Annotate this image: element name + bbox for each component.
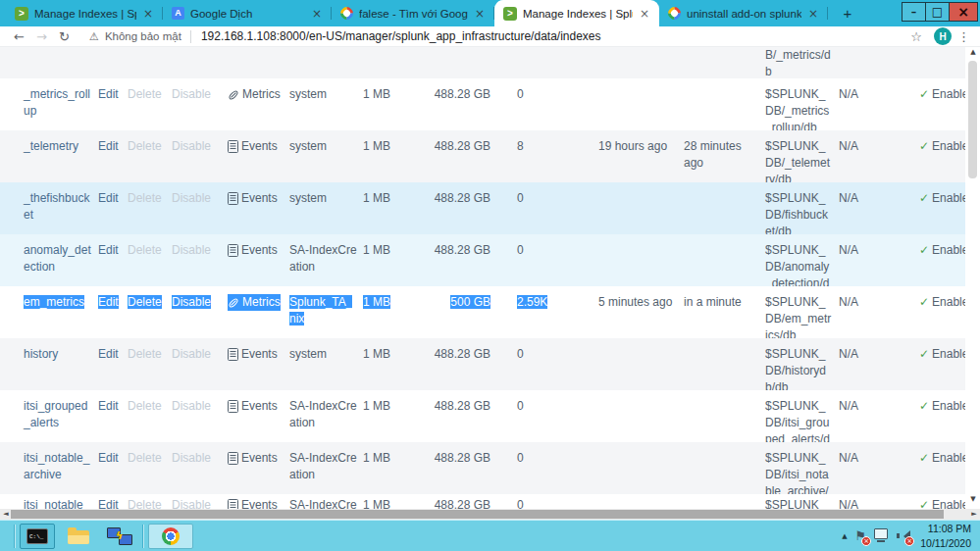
- frozen-path: N/A: [839, 295, 858, 309]
- security-label[interactable]: Không bảo mật: [105, 30, 181, 42]
- event-count: 0: [517, 87, 524, 101]
- latest-event: 28 minutes ago: [684, 139, 742, 170]
- back-icon[interactable]: ←: [8, 29, 30, 44]
- maximize-button[interactable]: [925, 2, 950, 22]
- tab-close-icon[interactable]: ×: [142, 7, 154, 21]
- index-name-link[interactable]: itsi_notable_archive: [24, 451, 89, 481]
- edit-link[interactable]: Edit: [98, 191, 119, 205]
- profile-avatar[interactable]: H: [934, 27, 952, 45]
- enabled-check-icon: [919, 347, 929, 361]
- enabled-check-icon: [919, 295, 929, 309]
- latest-event: in a minute: [684, 295, 742, 309]
- delete-link: Delete: [128, 191, 162, 205]
- home-path: $SPLUNK_DB/historydb/db: [765, 347, 826, 390]
- event-count: 0: [517, 191, 524, 205]
- browser-tab[interactable]: falese - Tìm với Google×: [332, 0, 494, 26]
- scroll-down-icon[interactable]: [968, 495, 978, 503]
- tab-close-icon[interactable]: ×: [474, 7, 486, 21]
- scroll-up-icon[interactable]: [968, 48, 978, 56]
- network-icon[interactable]: [874, 528, 888, 539]
- edit-link[interactable]: Edit: [98, 399, 119, 413]
- disable-link: Disable: [172, 87, 211, 101]
- index-app: Splunk_TA_nix: [289, 295, 352, 326]
- tab-close-icon[interactable]: ×: [639, 7, 650, 21]
- table-row: historyEditDeleteDisableEventssystem1 MB…: [0, 338, 980, 390]
- events-icon: [228, 452, 238, 465]
- taskbar-chrome-button[interactable]: [148, 524, 193, 549]
- frozen-path: N/A: [839, 191, 858, 205]
- tab-close-icon[interactable]: ×: [807, 7, 819, 21]
- index-name-link[interactable]: _thefishbucket: [24, 191, 89, 222]
- taskbar: C:\_ 11:08 PM 10/11/2020: [0, 520, 980, 551]
- index-type: Events: [228, 497, 278, 509]
- scroll-left-icon[interactable]: [1, 510, 11, 519]
- delete-link: Delete: [128, 399, 162, 413]
- edit-link[interactable]: Edit: [98, 87, 119, 101]
- address-bar[interactable]: 192.168.1.108:8000/en-US/manager/splunk_…: [201, 29, 904, 43]
- taskbar-explorer-button[interactable]: [61, 524, 96, 549]
- index-name-link[interactable]: anomaly_detection: [24, 243, 91, 274]
- tab-close-icon[interactable]: ×: [311, 7, 323, 21]
- muted-speaker-icon[interactable]: [896, 530, 909, 542]
- frozen-path: N/A: [839, 139, 858, 153]
- index-type: Events: [228, 398, 278, 415]
- tray-expand-icon[interactable]: [842, 532, 847, 540]
- google-translate-favicon: A: [172, 7, 184, 20]
- edit-link[interactable]: Edit: [98, 347, 119, 361]
- browser-menu-icon[interactable]: ⋮: [957, 29, 970, 44]
- close-button[interactable]: [949, 2, 978, 22]
- folder-icon: [68, 530, 89, 544]
- taskbar-cmd-button[interactable]: C:\_: [20, 524, 55, 549]
- edit-link[interactable]: Edit: [98, 451, 119, 465]
- tab-title: falese - Tìm với Google: [359, 8, 468, 20]
- horizontal-scrollbar-thumb[interactable]: [11, 510, 944, 519]
- horizontal-scrollbar[interactable]: [0, 509, 980, 520]
- index-name-link[interactable]: em_metrics: [24, 295, 84, 309]
- index-app: system: [289, 347, 327, 361]
- scroll-right-icon[interactable]: [969, 510, 979, 519]
- action-center-flag-icon[interactable]: [855, 529, 867, 542]
- bookmark-star-icon[interactable]: ☆: [910, 29, 922, 44]
- delete-link: Delete: [128, 139, 162, 153]
- index-name-link[interactable]: itsi_grouped_alerts: [24, 399, 87, 429]
- event-count: 2.59K: [517, 295, 547, 309]
- index-name-link[interactable]: history: [24, 347, 58, 361]
- index-name-link[interactable]: _telemetry: [24, 139, 78, 153]
- browser-tab[interactable]: AGoogle Dịch×: [163, 0, 332, 26]
- refresh-icon[interactable]: ↻: [53, 29, 76, 44]
- metrics-icon: [228, 89, 239, 101]
- enabled-check-icon: [919, 139, 929, 153]
- index-type: Events: [228, 346, 278, 363]
- delete-link[interactable]: Delete: [128, 295, 162, 309]
- edit-link[interactable]: Edit: [98, 498, 119, 509]
- browser-tab[interactable]: >Manage Indexes | Splunk 8.0.5×: [6, 0, 163, 26]
- edit-link[interactable]: Edit: [98, 139, 119, 153]
- disable-link[interactable]: Disable: [172, 295, 211, 309]
- index-type: Metrics: [228, 86, 281, 103]
- browser-tab[interactable]: >Manage Indexes | Splunk 8.0.5×: [494, 0, 659, 26]
- table-row: B/_metrics/db: [0, 47, 980, 78]
- taskbar-clock[interactable]: 11:08 PM 10/11/2020: [920, 522, 971, 549]
- index-type: Events: [228, 242, 278, 259]
- address-divider: [190, 30, 191, 43]
- index-type: Events: [228, 138, 278, 155]
- table-row: itsi_notable_EditDeleteDisableEventsSA-I…: [0, 494, 980, 509]
- tab-title: Google Dịch: [190, 8, 305, 20]
- vertical-scrollbar-thumb[interactable]: [968, 61, 977, 178]
- frozen-path: N/A: [839, 243, 858, 257]
- putty-icon: [107, 526, 132, 546]
- not-secure-warning-icon: ⚠: [89, 30, 99, 43]
- index-name-link[interactable]: _metrics_rollup: [24, 87, 90, 118]
- current-size: 1 MB: [363, 498, 390, 509]
- minimize-button[interactable]: [902, 2, 926, 22]
- index-name-link[interactable]: itsi_notable_: [24, 498, 89, 509]
- edit-link[interactable]: Edit: [98, 243, 119, 257]
- delete-link: Delete: [128, 347, 162, 361]
- forward-icon[interactable]: →: [30, 29, 53, 44]
- frozen-path: N/A: [839, 451, 858, 465]
- taskbar-putty-button[interactable]: [102, 524, 137, 549]
- new-tab-button[interactable]: [836, 3, 859, 25]
- edit-link[interactable]: Edit: [98, 295, 119, 309]
- browser-tab[interactable]: uninstall add-on splunk - Tìm v×: [659, 0, 828, 26]
- splunk-favicon: >: [503, 7, 517, 21]
